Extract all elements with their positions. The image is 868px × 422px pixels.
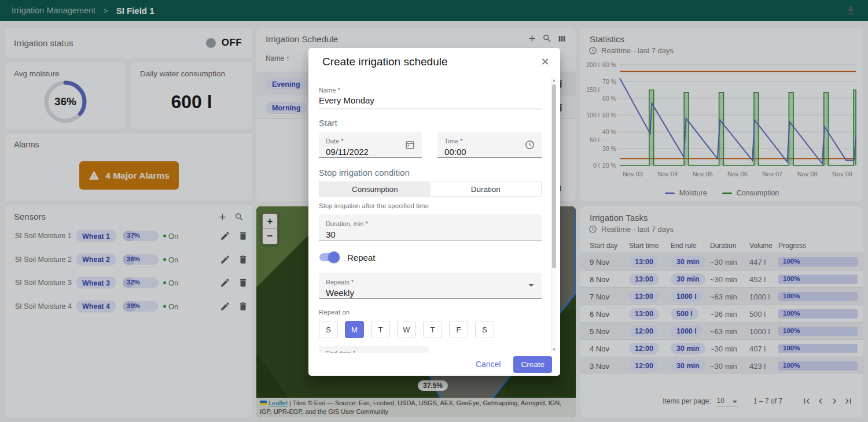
repeat-toggle[interactable] <box>319 251 340 263</box>
dialog-scrollbar[interactable]: ▲ ▼ <box>551 77 556 353</box>
time-field[interactable]: Time * 00:00 <box>437 132 542 158</box>
end-date-field[interactable]: End date * <box>319 346 429 353</box>
cancel-button[interactable]: Cancel <box>476 360 501 369</box>
date-field[interactable]: Date * 09/11/2022 <box>319 132 422 158</box>
duration-field-label: Duration, min * <box>326 220 368 227</box>
calendar-icon[interactable] <box>404 139 415 150</box>
scrollbar-thumb[interactable] <box>552 84 556 268</box>
repeats-select[interactable]: Repeats * Weekly <box>319 273 542 299</box>
date-field-label: Date * <box>326 138 344 145</box>
scroll-up-icon[interactable]: ▲ <box>552 78 556 82</box>
scroll-down-icon[interactable]: ▼ <box>552 347 556 351</box>
duration-field[interactable]: Duration, min * 30 <box>319 214 542 240</box>
stop-condition-hint: Stop irrigation after the specified time <box>319 202 542 209</box>
tab-duration[interactable]: Duration <box>431 182 542 196</box>
close-icon[interactable]: ✕ <box>539 55 551 68</box>
tab-consumption[interactable]: Consumption <box>319 182 431 196</box>
stop-condition-section-title: Stop irrigation condition <box>319 168 542 177</box>
repeats-field-value: Weekly <box>326 288 535 298</box>
stop-condition-tabs: Consumption Duration <box>319 182 542 197</box>
day-button-s[interactable]: S <box>319 321 338 338</box>
repeat-toggle-label: Repeat <box>347 253 375 262</box>
day-button-s[interactable]: S <box>475 321 494 338</box>
dialog-scroll-area: Name * Every Monday Start Date * 09/11/2… <box>308 77 560 353</box>
day-button-m[interactable]: M <box>345 321 364 338</box>
repeat-on-label: Repeat on <box>319 309 542 316</box>
day-button-w[interactable]: W <box>397 321 416 338</box>
dialog-title: Create irrigation schedule <box>322 55 448 68</box>
name-input[interactable]: Every Monday <box>319 95 542 109</box>
dropdown-caret-icon <box>528 284 534 287</box>
day-button-t[interactable]: T <box>423 321 442 338</box>
time-field-label: Time * <box>444 138 462 145</box>
repeats-field-label: Repeats * <box>326 279 354 286</box>
day-button-t[interactable]: T <box>371 321 390 338</box>
name-field-label: Name * <box>319 87 542 94</box>
start-section-title: Start <box>319 118 542 128</box>
create-button[interactable]: Create <box>513 356 552 373</box>
time-field-value: 00:00 <box>444 147 535 157</box>
duration-field-value: 30 <box>326 229 535 239</box>
date-field-value: 09/11/2022 <box>326 147 415 157</box>
day-button-f[interactable]: F <box>449 321 468 338</box>
clock-icon[interactable] <box>524 139 535 150</box>
repeat-day-buttons: SMTWTFS <box>319 321 542 338</box>
create-schedule-dialog: Create irrigation schedule ✕ Name * Ever… <box>308 48 560 376</box>
